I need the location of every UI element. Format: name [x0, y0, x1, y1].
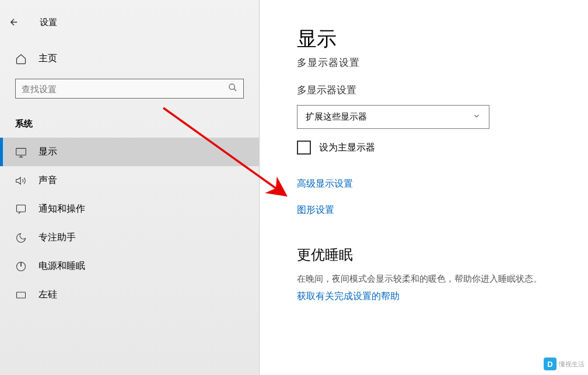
sidebar-item-focus[interactable]: 专注助手 — [0, 223, 259, 252]
sidebar-item-label: 左硅 — [38, 289, 57, 301]
sidebar-item-sound[interactable]: 声音 — [0, 166, 259, 195]
display-icon — [15, 146, 27, 158]
storage-icon — [15, 289, 27, 301]
sidebar-item-label: 通知和操作 — [38, 203, 85, 215]
svg-point-0 — [229, 84, 235, 89]
page-subtitle: 多显示器设置 — [297, 56, 588, 69]
settings-title: 设置 — [40, 17, 57, 28]
sidebar-item-power[interactable]: 电源和睡眠 — [0, 252, 259, 281]
sleep-section: 更优睡眠 在晚间，夜间模式会显示较柔和的暖色，帮助你进入睡眠状态。 获取有关完成… — [297, 246, 588, 303]
sleep-description: 在晚间，夜间模式会显示较柔和的暖色，帮助你进入睡眠状态。 — [297, 274, 588, 285]
sidebar-item-display[interactable]: 显示 — [0, 138, 259, 166]
search-input[interactable] — [22, 84, 228, 94]
chevron-down-icon — [473, 112, 481, 122]
home-button[interactable]: 主页 — [0, 44, 259, 73]
svg-rect-2 — [17, 205, 26, 212]
svg-rect-4 — [17, 292, 26, 298]
home-icon — [15, 53, 27, 65]
sidebar-item-label: 电源和睡眠 — [38, 260, 85, 272]
focus-icon — [15, 232, 27, 244]
sidebar-item-notifications[interactable]: 通知和操作 — [0, 195, 259, 223]
svg-rect-1 — [16, 148, 26, 155]
sidebar: 设置 主页 系统 显示 声音 通知和操作 专注助手 — [0, 0, 260, 375]
watermark-logo-icon: D — [544, 358, 556, 370]
checkbox-label: 设为主显示器 — [319, 142, 375, 154]
home-label: 主页 — [38, 52, 57, 65]
sound-icon — [15, 175, 27, 187]
power-icon — [15, 261, 27, 272]
page-title: 显示 — [297, 26, 588, 52]
sidebar-header: 设置 — [0, 6, 259, 44]
search-box[interactable] — [15, 79, 244, 99]
search-icon — [228, 83, 237, 94]
sidebar-item-label: 专注助手 — [38, 232, 76, 244]
checkbox[interactable] — [297, 141, 311, 155]
sidebar-item-storage[interactable]: 左硅 — [0, 281, 259, 309]
multi-display-label: 多显示器设置 — [297, 83, 588, 97]
advanced-display-link[interactable]: 高级显示设置 — [297, 178, 588, 190]
main-display-checkbox-row[interactable]: 设为主显示器 — [297, 141, 588, 155]
sidebar-item-label: 显示 — [38, 146, 57, 158]
sleep-help-link[interactable]: 获取有关完成设置的帮助 — [297, 290, 588, 303]
watermark: D 懂视生活 — [544, 358, 584, 370]
section-system: 系统 — [0, 110, 259, 138]
main-content: 显示 多显示器设置 多显示器设置 扩展这些显示器 设为主显示器 高级显示设置 图… — [260, 0, 588, 375]
search-container — [0, 73, 259, 110]
graphics-settings-link[interactable]: 图形设置 — [297, 204, 588, 216]
back-button[interactable] — [0, 10, 28, 34]
arrow-left-icon — [9, 17, 19, 27]
notifications-icon — [15, 204, 27, 215]
watermark-text: 懂视生活 — [559, 360, 584, 369]
sleep-title: 更优睡眠 — [297, 246, 588, 264]
multi-display-dropdown[interactable]: 扩展这些显示器 — [297, 105, 489, 129]
dropdown-selected: 扩展这些显示器 — [306, 111, 367, 122]
sidebar-item-label: 声音 — [38, 174, 57, 187]
